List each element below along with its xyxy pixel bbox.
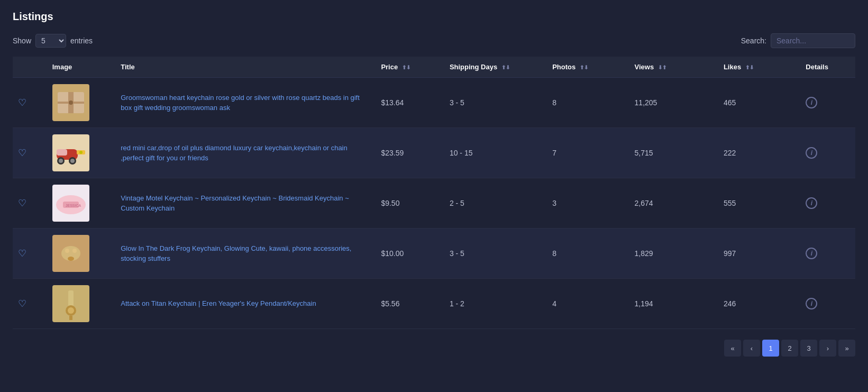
image-cell xyxy=(47,229,116,279)
search-area: Search: xyxy=(741,33,855,48)
shipping-cell: 1 - 2 xyxy=(444,279,547,329)
info-icon[interactable]: i xyxy=(806,97,817,108)
col-header-price[interactable]: Price ⬆⬇ xyxy=(376,57,444,78)
likes-cell: 555 xyxy=(718,178,800,229)
favorite-cell: ♡ xyxy=(13,128,47,178)
details-cell: i xyxy=(800,128,855,178)
svg-point-20 xyxy=(65,249,69,253)
views-cell: 2,674 xyxy=(629,178,718,229)
product-image xyxy=(52,84,89,121)
favorite-cell: ♡ xyxy=(13,229,47,279)
pagination-next[interactable]: › xyxy=(819,340,836,357)
sort-icon-views: ⬇⬆ xyxy=(658,65,666,70)
details-cell: i xyxy=(800,178,855,229)
price-cell: $10.00 xyxy=(376,229,444,279)
details-cell: i xyxy=(800,78,855,128)
title-cell: Groomswoman heart keychain rose gold or … xyxy=(115,78,376,128)
title-cell: Glow In The Dark Frog Keychain, Glowing … xyxy=(115,229,376,279)
pagination-last[interactable]: » xyxy=(838,340,855,357)
product-image xyxy=(52,235,89,272)
title-cell: Vintage Motel Keychain ~ Personalized Ke… xyxy=(115,178,376,229)
pagination-first[interactable]: « xyxy=(724,340,741,357)
favorite-icon[interactable]: ♡ xyxy=(18,198,26,208)
product-title[interactable]: Groomswoman heart keychain rose gold or … xyxy=(121,94,360,112)
image-cell xyxy=(47,78,116,128)
main-container: Listings Show 5 10 25 50 100 entries Sea… xyxy=(0,0,868,376)
search-input[interactable] xyxy=(771,33,855,48)
show-label: Show xyxy=(13,37,31,45)
photos-cell: 7 xyxy=(547,128,629,178)
toolbar: Show 5 10 25 50 100 entries Search: xyxy=(13,33,855,48)
favorite-icon[interactable]: ♡ xyxy=(18,97,26,108)
table-row: ♡ Groomswoman heart keychain rose gold o… xyxy=(13,78,855,128)
details-cell: i xyxy=(800,279,855,329)
sort-icon-shipping: ⬆⬇ xyxy=(501,65,510,70)
info-icon[interactable]: i xyxy=(806,298,817,309)
info-icon[interactable]: i xyxy=(806,197,817,209)
listings-table: Image Title Price ⬆⬇ Shipping Days ⬆⬇ Ph… xyxy=(13,57,855,329)
svg-point-4 xyxy=(69,101,73,105)
photos-cell: 3 xyxy=(547,178,629,229)
col-header-shipping[interactable]: Shipping Days ⬆⬇ xyxy=(444,57,547,78)
image-cell xyxy=(47,279,116,329)
show-entries-control: Show 5 10 25 50 100 entries xyxy=(13,34,93,48)
pagination: « ‹ 1 2 3 › » xyxy=(13,340,855,365)
photos-cell: 8 xyxy=(547,229,629,279)
table-body: ♡ Groomswoman heart keychain rose gold o… xyxy=(13,78,855,329)
photos-cell: 4 xyxy=(547,279,629,329)
entries-select[interactable]: 5 10 25 50 100 xyxy=(35,34,66,48)
entries-label: entries xyxy=(70,37,93,45)
pagination-page-2[interactable]: 2 xyxy=(781,340,798,357)
svg-point-22 xyxy=(68,257,74,261)
sort-icon-likes: ⬆⬇ xyxy=(745,65,754,70)
image-cell: JESSICA xyxy=(47,178,116,229)
product-image xyxy=(52,285,89,322)
likes-cell: 465 xyxy=(718,78,800,128)
table-row: ♡ Glow In The Dark Frog Keychain, Glowin… xyxy=(13,229,855,279)
favorite-icon[interactable]: ♡ xyxy=(18,148,26,158)
svg-text:JESSICA: JESSICA xyxy=(66,204,81,207)
pagination-page-3[interactable]: 3 xyxy=(800,340,817,357)
svg-point-13 xyxy=(79,151,83,154)
favorite-icon[interactable]: ♡ xyxy=(18,298,26,309)
product-title[interactable]: red mini car,drop of oil plus diamond lu… xyxy=(121,144,348,162)
svg-point-9 xyxy=(59,159,63,163)
table-row: ♡ Attack on Titan Keychain | Eren Yeager… xyxy=(13,279,855,329)
svg-rect-7 xyxy=(57,149,67,156)
table-row: ♡ JESSICA Vintage Motel Keychain ~ Perso… xyxy=(13,178,855,229)
shipping-cell: 10 - 15 xyxy=(444,128,547,178)
title-cell: Attack on Titan Keychain | Eren Yeager's… xyxy=(115,279,376,329)
shipping-cell: 3 - 5 xyxy=(444,229,547,279)
product-image xyxy=(52,134,89,171)
col-header-views[interactable]: Views ⬇⬆ xyxy=(629,57,718,78)
price-cell: $5.56 xyxy=(376,279,444,329)
title-cell: red mini car,drop of oil plus diamond lu… xyxy=(115,128,376,178)
col-header-title: Title xyxy=(115,57,376,78)
col-header-likes[interactable]: Likes ⬆⬇ xyxy=(718,57,800,78)
likes-cell: 997 xyxy=(718,229,800,279)
pagination-prev[interactable]: ‹ xyxy=(743,340,760,357)
shipping-cell: 2 - 5 xyxy=(444,178,547,229)
likes-cell: 246 xyxy=(718,279,800,329)
product-title[interactable]: Vintage Motel Keychain ~ Personalized Ke… xyxy=(121,194,349,213)
likes-cell: 222 xyxy=(718,128,800,178)
product-title[interactable]: Glow In The Dark Frog Keychain, Glowing … xyxy=(121,244,351,263)
views-cell: 5,715 xyxy=(629,128,718,178)
info-icon[interactable]: i xyxy=(806,147,817,159)
favorite-icon[interactable]: ♡ xyxy=(18,248,26,259)
favorite-cell: ♡ xyxy=(13,178,47,229)
sort-icon-photos: ⬆⬇ xyxy=(580,65,588,70)
search-label: Search: xyxy=(741,37,766,45)
product-image: JESSICA xyxy=(52,185,89,222)
svg-point-21 xyxy=(72,249,77,253)
col-header-photos[interactable]: Photos ⬆⬇ xyxy=(547,57,629,78)
views-cell: 11,205 xyxy=(629,78,718,128)
page-title: Listings xyxy=(13,11,855,23)
product-title[interactable]: Attack on Titan Keychain | Eren Yeager's… xyxy=(121,299,316,307)
svg-rect-27 xyxy=(69,316,72,320)
info-icon[interactable]: i xyxy=(806,248,817,259)
views-cell: 1,194 xyxy=(629,279,718,329)
pagination-page-1[interactable]: 1 xyxy=(762,340,779,357)
col-header-favorite xyxy=(13,57,47,78)
details-cell: i xyxy=(800,229,855,279)
